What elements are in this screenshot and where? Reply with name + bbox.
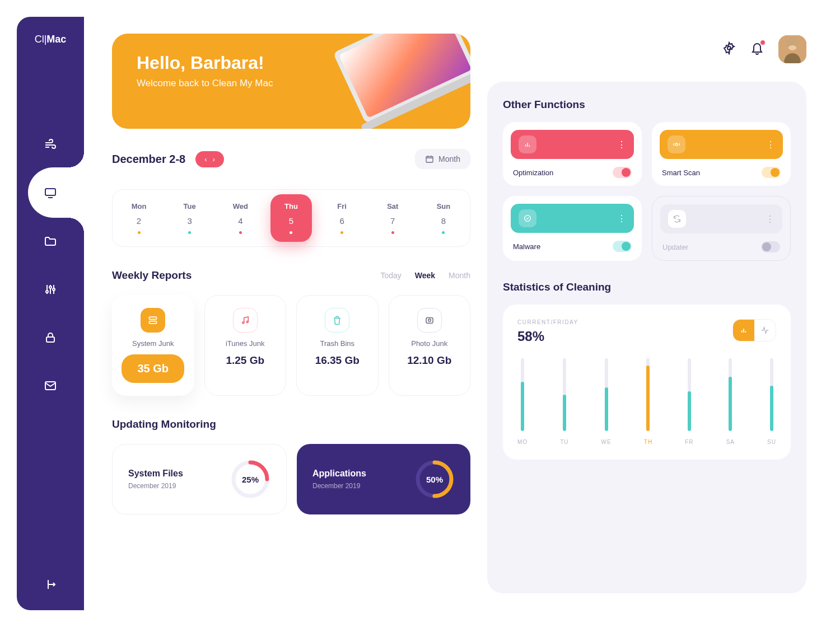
functions-title: Other Functions: [503, 99, 791, 111]
day-name: Sun: [437, 202, 451, 210]
function-header: ⋮: [511, 130, 634, 159]
stats-bar-view-button[interactable]: [733, 320, 754, 341]
nav-mail-icon[interactable]: [40, 376, 60, 396]
card-trash-bins[interactable]: Trash Bins 16.35 Gb: [296, 295, 379, 396]
day-name: Mon: [132, 202, 147, 210]
function-smart-scan[interactable]: ⋮Smart Scan: [652, 122, 791, 186]
day-wed[interactable]: Wed4: [220, 202, 261, 234]
bar-su[interactable]: SU: [767, 358, 776, 445]
view-month-button[interactable]: Month: [415, 149, 470, 169]
day-fri[interactable]: Fri6: [321, 202, 363, 234]
function-header: ⋮: [660, 130, 783, 159]
bar-fill: [770, 386, 773, 431]
bar-we[interactable]: WE: [601, 358, 612, 445]
nav-sliders-icon[interactable]: [40, 279, 60, 300]
progress-percent: 25%: [230, 459, 270, 499]
reports-title: Weekly Reports: [112, 269, 192, 282]
day-dot: [239, 231, 242, 234]
bar-fill: [521, 382, 524, 431]
bar-mo[interactable]: MO: [517, 358, 528, 445]
nav: [17, 135, 84, 396]
day-number: 6: [339, 216, 344, 226]
more-icon[interactable]: ⋮: [766, 214, 774, 224]
bar-label: WE: [601, 439, 612, 445]
sidebar: Cl|Mac: [17, 17, 84, 610]
svg-point-13: [246, 321, 248, 323]
server-icon: [141, 308, 165, 333]
date-range: December 2-8: [112, 153, 185, 166]
bar-sa[interactable]: SA: [726, 358, 735, 445]
function-updater[interactable]: ⋮Updater: [652, 196, 791, 261]
music-icon: [233, 308, 258, 333]
nav-folder-icon[interactable]: [40, 231, 60, 251]
progress-percent: 50%: [414, 459, 455, 499]
bar-track: [605, 358, 608, 431]
more-icon[interactable]: ⋮: [617, 139, 626, 150]
monitor-applications[interactable]: ApplicationsDecember 201950%: [297, 444, 470, 514]
bell-icon[interactable]: [750, 41, 764, 57]
logout-icon[interactable]: [44, 578, 57, 593]
more-icon[interactable]: ⋮: [617, 213, 626, 224]
function-toggle[interactable]: [762, 167, 781, 178]
nav-monitor-icon[interactable]: [40, 183, 60, 203]
trash-icon: [325, 308, 349, 333]
function-optimization[interactable]: ⋮Optimization: [503, 122, 642, 186]
function-toggle[interactable]: [613, 241, 632, 252]
day-thu[interactable]: Thu5: [270, 194, 312, 242]
laptop-illustration: [330, 34, 470, 129]
weekday-picker: Mon2Tue3Wed4Thu5Fri6Sat7Sun8: [112, 189, 470, 247]
function-malware[interactable]: ⋮Malware: [503, 196, 642, 261]
avatar[interactable]: [778, 35, 806, 63]
function-header: ⋮: [660, 204, 782, 233]
monitor-title: System Files: [128, 469, 183, 479]
function-icon: [668, 210, 686, 228]
stats-label: CURRENT/FRIDAY: [517, 319, 578, 325]
bar-chart-icon: [739, 326, 748, 335]
card-photo-junk[interactable]: Photo Junk 12.10 Gb: [389, 295, 471, 396]
progress-ring: 50%: [414, 459, 455, 499]
chevron-right-icon: ›: [213, 155, 215, 163]
day-name: Sat: [387, 202, 398, 210]
date-nav-arrows[interactable]: ‹ ›: [195, 151, 224, 167]
bar-track: [563, 358, 566, 431]
function-header: ⋮: [511, 204, 634, 233]
monitor-subtitle: December 2019: [312, 482, 366, 490]
day-dot: [442, 231, 445, 234]
more-icon[interactable]: ⋮: [766, 139, 775, 150]
card-label: Trash Bins: [320, 339, 354, 348]
card-itunes-junk[interactable]: iTunes Junk 1.25 Gb: [204, 295, 287, 396]
camera-icon: [417, 308, 442, 333]
tab-week[interactable]: Week: [415, 271, 435, 280]
svg-rect-0: [45, 189, 55, 195]
svg-rect-11: [150, 321, 157, 324]
notification-dot: [760, 40, 765, 45]
day-mon[interactable]: Mon2: [118, 202, 160, 234]
bar-tu[interactable]: TU: [560, 358, 568, 445]
monitor-system-files[interactable]: System FilesDecember 201925%: [112, 444, 287, 514]
card-label: iTunes Junk: [226, 339, 265, 348]
tab-today[interactable]: Today: [380, 271, 401, 280]
bar-label: TH: [644, 439, 652, 445]
function-toggle[interactable]: [761, 241, 780, 252]
stats-line-view-button[interactable]: [754, 320, 776, 341]
bar-fr[interactable]: FR: [685, 358, 693, 445]
nav-lock-icon[interactable]: [40, 327, 60, 348]
day-sat[interactable]: Sat7: [372, 202, 413, 234]
stats-percent: 58%: [517, 329, 578, 344]
svg-rect-14: [426, 318, 433, 324]
function-label: Smart Scan: [662, 169, 700, 177]
nav-wind-icon[interactable]: [40, 135, 60, 155]
card-system-junk[interactable]: System Junk 35 Gb: [112, 295, 194, 396]
settings-icon[interactable]: [722, 41, 736, 57]
function-toggle[interactable]: [613, 167, 632, 178]
bar-label: SA: [726, 439, 735, 445]
tab-month[interactable]: Month: [449, 271, 470, 280]
reports-tabs: Today Week Month: [380, 271, 470, 280]
bar-th[interactable]: TH: [644, 358, 652, 445]
day-sun[interactable]: Sun8: [423, 202, 464, 234]
day-number: 8: [441, 216, 446, 226]
bar-track: [770, 358, 773, 431]
bar-track: [521, 358, 524, 431]
day-tue[interactable]: Tue3: [169, 202, 211, 234]
day-number: 5: [289, 216, 293, 226]
